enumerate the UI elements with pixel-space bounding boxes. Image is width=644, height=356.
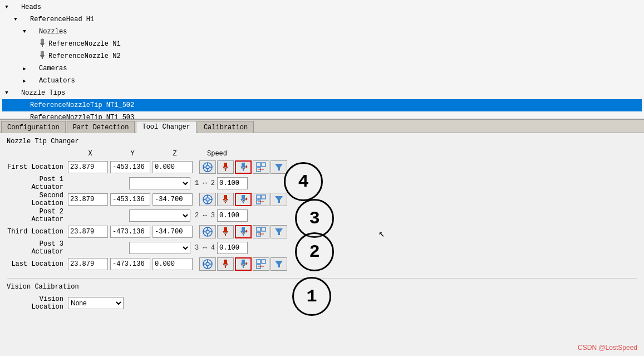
- actuator-speed-1[interactable]: [217, 209, 248, 222]
- tree-panel: ▼Heads▼ReferenceHead H1▼Nozzles Referenc…: [0, 0, 644, 120]
- location-label-3: Last Location: [7, 260, 68, 268]
- svg-rect-89: [242, 260, 245, 264]
- tree-expander[interactable]: ▼: [20, 29, 29, 35]
- tree-item-referencenozzle-n2[interactable]: ReferenceNozzle N2: [2, 50, 642, 62]
- tool-changer-content: Nozzle Tip Changer X Y Z Speed First Loc…: [0, 133, 644, 315]
- position-btn-1[interactable]: [253, 193, 269, 206]
- svg-rect-60: [224, 227, 227, 231]
- location-y-2[interactable]: [110, 226, 150, 238]
- svg-point-79: [206, 262, 209, 266]
- position-btn-2[interactable]: [253, 225, 269, 238]
- tree-item-ref-nt1-503[interactable]: ReferenceNozzleTip NT1_503: [2, 111, 642, 120]
- actuator-select-1[interactable]: [129, 209, 190, 222]
- svg-rect-50: [262, 195, 266, 199]
- location-z-3[interactable]: [153, 258, 193, 270]
- col-y: Y: [112, 150, 153, 158]
- tree-expander[interactable]: ▼: [2, 4, 11, 10]
- svg-rect-17: [242, 163, 245, 167]
- nozzle-btn-0[interactable]: [217, 160, 234, 174]
- nozzle-icon: [38, 51, 47, 62]
- actuator-label-0: Post 1 Actuator: [7, 175, 68, 191]
- move-nozzle-btn-1[interactable]: [235, 193, 252, 206]
- actuator-sequence-1: 2 ↔ 3: [195, 212, 215, 220]
- position-btn-0[interactable]: [253, 160, 269, 174]
- svg-rect-65: [242, 227, 245, 231]
- col-z: Z: [155, 150, 195, 158]
- tab-configuration[interactable]: Configuration: [1, 121, 66, 133]
- location-y-3[interactable]: [110, 258, 150, 270]
- tree-expander[interactable]: ▼: [2, 90, 11, 96]
- actuator-select-0[interactable]: [129, 177, 190, 189]
- funnel-btn-0[interactable]: [271, 160, 287, 174]
- move-nozzle-btn-0[interactable]: [235, 160, 252, 174]
- tab-calibration[interactable]: Calibration: [198, 121, 254, 133]
- location-y-1[interactable]: [110, 193, 150, 206]
- tree-item-nozzles[interactable]: ▼Nozzles: [2, 26, 642, 38]
- capture-location-btn-0[interactable]: [199, 160, 216, 174]
- watermark: CSDN @LostSpeed: [578, 344, 637, 352]
- tree-item-label: ReferenceNozzle N2: [48, 52, 121, 60]
- capture-location-btn-1[interactable]: [199, 193, 216, 206]
- location-label-1: Second Location: [7, 192, 68, 207]
- location-label-0: First Location: [7, 163, 68, 171]
- svg-marker-29: [275, 164, 283, 170]
- tree-item-nozzle-tips[interactable]: ▼Nozzle Tips: [2, 87, 642, 99]
- location-x-2[interactable]: [68, 226, 108, 238]
- tree-item-referencenozzle-n1[interactable]: ReferenceNozzle N1: [2, 38, 642, 50]
- actuator-speed-0[interactable]: [217, 177, 248, 189]
- capture-location-btn-3[interactable]: [199, 257, 216, 271]
- funnel-btn-3[interactable]: [271, 257, 287, 271]
- tree-item-label: Heads: [21, 3, 41, 11]
- actuator-speed-2[interactable]: [217, 242, 248, 254]
- funnel-btn-1[interactable]: [271, 193, 287, 206]
- svg-point-31: [206, 198, 209, 201]
- nozzle-btn-3[interactable]: [217, 257, 234, 271]
- locations-container: First Location: [7, 160, 637, 271]
- tree-item-heads[interactable]: ▼Heads: [2, 1, 642, 13]
- location-x-3[interactable]: [68, 258, 108, 270]
- tree-item-cameras[interactable]: ▶Cameras: [2, 62, 642, 75]
- location-x-0[interactable]: [68, 161, 108, 173]
- location-row-0: First Location: [7, 160, 637, 174]
- location-x-1[interactable]: [68, 193, 108, 206]
- location-y-0[interactable]: [110, 161, 150, 173]
- svg-marker-101: [275, 261, 283, 267]
- position-btn-3[interactable]: [253, 257, 269, 271]
- actuator-select-2[interactable]: [129, 242, 190, 254]
- actuator-sequence-2: 3 ↔ 4: [195, 244, 215, 252]
- tab-tool-changer[interactable]: Tool Changer: [136, 121, 196, 133]
- funnel-btn-2[interactable]: [271, 225, 287, 238]
- config-panel: ConfigurationPart DetectionTool ChangerC…: [0, 120, 644, 356]
- tree-item-ref-nt1-502[interactable]: ReferenceNozzleTip NT1_502: [2, 99, 642, 111]
- capture-location-btn-2[interactable]: [199, 225, 216, 238]
- tree-item-actuators[interactable]: ▶Actuators: [2, 75, 642, 87]
- tab-part-detection[interactable]: Part Detection: [67, 121, 135, 133]
- tree-expander[interactable]: ▶: [20, 78, 29, 84]
- move-nozzle-btn-3[interactable]: [235, 257, 252, 271]
- location-row-2: Third Location: [7, 225, 637, 239]
- tree-item-referencehead-h1[interactable]: ▼ReferenceHead H1: [2, 13, 642, 26]
- move-nozzle-btn-2[interactable]: [235, 225, 252, 238]
- column-headers: X Y Z Speed: [70, 150, 637, 158]
- actuator-label-2: Post 3 Actuator: [7, 240, 68, 256]
- tree-item-label: Nozzle Tips: [21, 89, 65, 97]
- nozzle-icon: [38, 38, 47, 50]
- location-z-2[interactable]: [153, 226, 193, 238]
- svg-rect-74: [262, 227, 266, 231]
- tree-item-label: ReferenceNozzle N1: [48, 40, 121, 48]
- vision-location-select[interactable]: None: [68, 297, 124, 309]
- location-z-1[interactable]: [153, 193, 193, 206]
- tree-expander[interactable]: ▼: [11, 17, 20, 22]
- tree-item-label: Cameras: [39, 65, 67, 72]
- vision-title: Vision Calibration: [7, 283, 637, 291]
- vision-location-label: Vision Location: [7, 295, 68, 311]
- location-z-0[interactable]: [153, 161, 193, 173]
- vision-location-row: Vision Location None: [7, 295, 637, 311]
- nozzle-btn-1[interactable]: [217, 193, 234, 206]
- tab-bar: ConfigurationPart DetectionTool ChangerC…: [0, 120, 644, 133]
- vision-section: Vision Calibration Vision Location None: [7, 278, 637, 311]
- nozzle-btn-2[interactable]: [217, 225, 234, 238]
- tree-expander[interactable]: ▶: [20, 66, 29, 72]
- svg-rect-25: [257, 163, 260, 167]
- svg-rect-49: [257, 195, 260, 199]
